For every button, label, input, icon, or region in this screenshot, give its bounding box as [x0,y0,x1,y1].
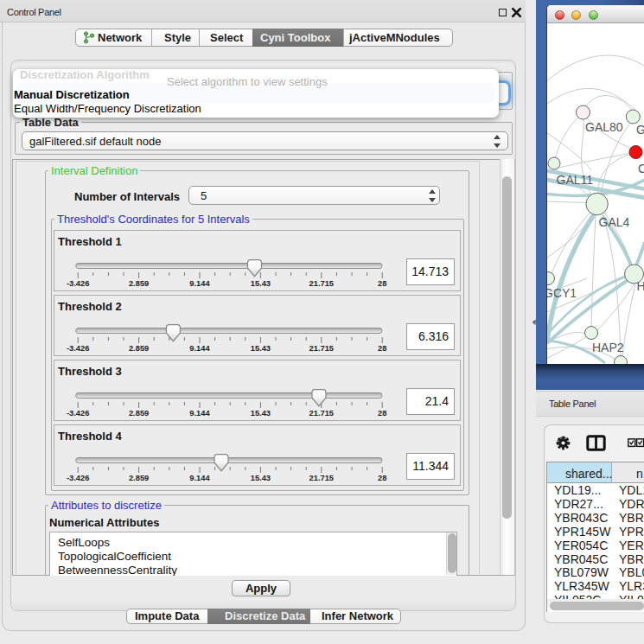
svg-text:9.144: 9.144 [189,279,210,288]
svg-text:28: 28 [378,409,386,418]
svg-text:15.43: 15.43 [251,279,271,288]
svg-text:HAP2: HAP2 [592,341,624,354]
svg-text:28: 28 [378,474,386,482]
svg-text:2.859: 2.859 [129,344,149,353]
svg-text:21.715: 21.715 [309,474,334,482]
svg-text:21.715: 21.715 [309,409,334,418]
svg-text:HA: HA [637,279,644,293]
svg-text:28: 28 [378,279,386,288]
svg-text:-3.426: -3.426 [67,474,89,482]
svg-text:GCY1: GCY1 [547,286,577,300]
svg-text:2.859: 2.859 [129,279,149,288]
svg-text:9.144: 9.144 [189,344,210,353]
svg-text:GA: GA [636,123,644,137]
svg-text:-3.426: -3.426 [67,344,89,353]
svg-text:15.43: 15.43 [251,474,271,482]
svg-text:9.144: 9.144 [189,409,210,418]
svg-text:-3.426: -3.426 [67,409,89,418]
svg-text:-3.426: -3.426 [67,279,89,288]
svg-text:2.859: 2.859 [129,409,149,418]
svg-text:15.43: 15.43 [251,344,271,353]
svg-text:9.144: 9.144 [189,474,210,482]
svg-text:21.715: 21.715 [309,279,334,288]
svg-text:GAL80: GAL80 [585,120,623,134]
svg-text:GAL4: GAL4 [599,215,630,229]
svg-text:2.859: 2.859 [129,474,149,482]
svg-text:28: 28 [378,344,386,353]
svg-text:CO: CO [638,162,644,175]
svg-text:21.715: 21.715 [309,344,334,353]
svg-text:GAL11: GAL11 [557,173,594,187]
svg-text:15.43: 15.43 [251,409,271,418]
